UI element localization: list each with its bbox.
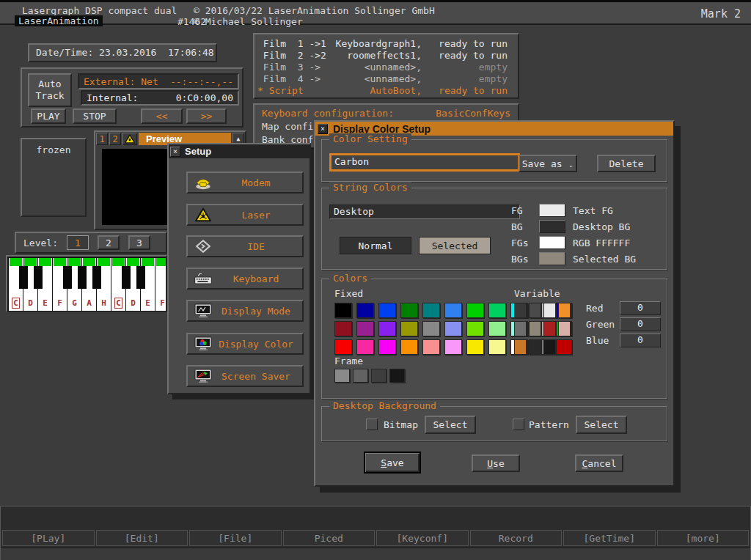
rewind-button[interactable]: << <box>141 108 183 124</box>
fixed-color-swatch[interactable] <box>400 321 418 336</box>
fixed-color-swatch[interactable] <box>356 303 374 318</box>
string-color-swatch[interactable] <box>539 252 565 265</box>
fixed-color-swatch[interactable] <box>422 339 440 355</box>
variable-color-swatch[interactable] <box>529 339 541 355</box>
frame-color-swatch[interactable] <box>334 369 350 383</box>
play-button[interactable]: PLAY <box>31 108 66 124</box>
save-button[interactable]: Save <box>364 452 421 474</box>
fixed-color-swatch[interactable] <box>378 339 396 355</box>
variable-color-swatch[interactable] <box>558 303 571 318</box>
black-key[interactable] <box>34 266 43 289</box>
variable-color-swatch[interactable] <box>543 321 556 336</box>
fixed-color-swatch[interactable] <box>488 321 506 336</box>
film-row[interactable]: Film 3 -> <unnamed>, empty <box>254 62 518 73</box>
variable-color-swatch[interactable] <box>514 321 527 336</box>
laser-warning-icon[interactable] <box>122 133 137 145</box>
function-key[interactable]: [Keyconf] <box>376 530 469 546</box>
fixed-color-swatch[interactable] <box>444 303 462 318</box>
bitmap-select-button[interactable]: Select <box>425 416 476 434</box>
fixed-color-swatch[interactable] <box>466 303 484 318</box>
fixed-color-swatch[interactable] <box>334 339 352 355</box>
fixed-color-swatch[interactable] <box>400 303 418 318</box>
rgb-value-field[interactable]: 0 <box>620 301 661 315</box>
fixed-color-swatch[interactable] <box>334 321 352 336</box>
fixed-color-swatch[interactable] <box>444 321 462 336</box>
level-button-3[interactable]: 3 <box>128 235 150 250</box>
black-key[interactable] <box>78 266 87 289</box>
pattern-select-button[interactable]: Select <box>576 416 627 434</box>
fixed-color-swatch[interactable] <box>444 339 462 355</box>
fixed-color-swatch[interactable] <box>488 303 506 318</box>
external-timecode-field[interactable]: External: Net --:--:--,-- <box>78 73 239 89</box>
film-row[interactable]: * Script AutoBoot, ready to run <box>254 85 518 97</box>
stop-button[interactable]: STOP <box>73 108 117 124</box>
variable-color-swatch[interactable] <box>543 339 556 355</box>
fixed-color-swatch[interactable] <box>466 339 484 355</box>
setup-keyboard-button[interactable]: Keyboard <box>186 268 304 290</box>
rgb-value-field[interactable]: 0 <box>620 317 661 331</box>
function-key[interactable]: Piced <box>283 530 376 546</box>
delete-button[interactable]: Delete <box>597 155 656 172</box>
function-key[interactable]: [File] <box>189 530 282 546</box>
function-key[interactable]: Record <box>470 530 563 546</box>
setup-display-color-button[interactable]: Display Color <box>186 333 304 355</box>
fixed-color-swatch[interactable] <box>422 321 440 336</box>
fixed-color-swatch[interactable] <box>378 303 396 318</box>
use-button[interactable]: Use <box>472 454 520 472</box>
setup-ide-button[interactable]: IDE <box>186 235 304 257</box>
variable-color-swatch[interactable] <box>514 303 527 318</box>
internal-timecode-field[interactable]: Internal: 0:C0:00,00 <box>81 90 239 106</box>
preview-tab[interactable]: 1 <box>96 133 108 145</box>
variable-color-swatch[interactable] <box>514 339 527 355</box>
black-key[interactable] <box>63 266 72 289</box>
fixed-color-swatch[interactable] <box>400 339 418 355</box>
auto-track-button[interactable]: Auto Track <box>28 73 72 107</box>
level-button-2[interactable]: 2 <box>98 235 120 250</box>
fast-forward-button[interactable]: >> <box>186 108 227 124</box>
fixed-color-swatch[interactable] <box>422 303 440 318</box>
fixed-color-swatch[interactable] <box>356 321 374 336</box>
setup-modem-button[interactable]: Modem <box>186 172 304 194</box>
black-key[interactable] <box>19 266 28 289</box>
string-color-swatch[interactable] <box>539 204 565 217</box>
fixed-color-swatch[interactable] <box>378 321 396 336</box>
save-as-button[interactable]: Save as . <box>519 155 577 172</box>
setup-display-mode-button[interactable]: Display Mode <box>186 300 304 322</box>
fixed-color-swatch[interactable] <box>334 303 352 318</box>
string-color-swatch[interactable] <box>539 220 565 233</box>
bitmap-checkbox[interactable] <box>366 419 378 430</box>
pattern-checkbox[interactable] <box>513 419 524 430</box>
frame-color-swatch[interactable] <box>353 369 368 383</box>
selected-button[interactable]: Selected <box>419 237 491 254</box>
fixed-color-swatch[interactable] <box>488 339 506 355</box>
setup-screen-saver-button[interactable]: Screen Saver <box>186 365 304 387</box>
setup-laser-button[interactable]: Laser <box>186 204 304 226</box>
fixed-color-swatch[interactable] <box>466 321 484 336</box>
normal-button[interactable]: Normal <box>340 237 411 254</box>
level-button-1[interactable]: 1 <box>67 235 89 250</box>
preview-tab[interactable]: 2 <box>109 133 121 145</box>
cancel-button[interactable]: Cancel <box>575 454 623 472</box>
close-icon[interactable]: × <box>318 124 328 134</box>
black-key[interactable] <box>136 266 145 289</box>
variable-color-swatch[interactable] <box>529 303 541 318</box>
close-icon[interactable]: × <box>170 147 180 157</box>
rgb-value-field[interactable]: 0 <box>620 334 661 347</box>
string-colors-input[interactable]: Desktop <box>329 205 520 219</box>
film-row[interactable]: Film 2 ->2 roomeffects1, ready to run <box>254 50 518 62</box>
film-row[interactable]: Film 4 -> <unnamed>, empty <box>254 73 518 85</box>
keyboard-config-value[interactable]: BasicConfKeys <box>436 107 510 120</box>
function-key[interactable]: [more] <box>657 530 750 546</box>
function-key[interactable]: [Edit] <box>96 530 188 546</box>
film-row[interactable]: Film 1 ->1 Keyboardgraph1, ready to run <box>254 38 518 50</box>
black-key[interactable] <box>92 266 101 289</box>
frame-color-swatch[interactable] <box>371 369 387 383</box>
function-key[interactable]: [GetTime] <box>563 530 656 546</box>
string-color-swatch[interactable] <box>539 236 565 249</box>
variable-color-swatch[interactable] <box>558 321 571 336</box>
black-key[interactable] <box>122 266 131 289</box>
variable-color-swatch[interactable] <box>543 303 556 318</box>
function-key[interactable]: [PLay] <box>2 530 95 546</box>
color-setting-input[interactable]: Carbon <box>329 153 520 172</box>
variable-color-swatch[interactable] <box>529 321 541 336</box>
